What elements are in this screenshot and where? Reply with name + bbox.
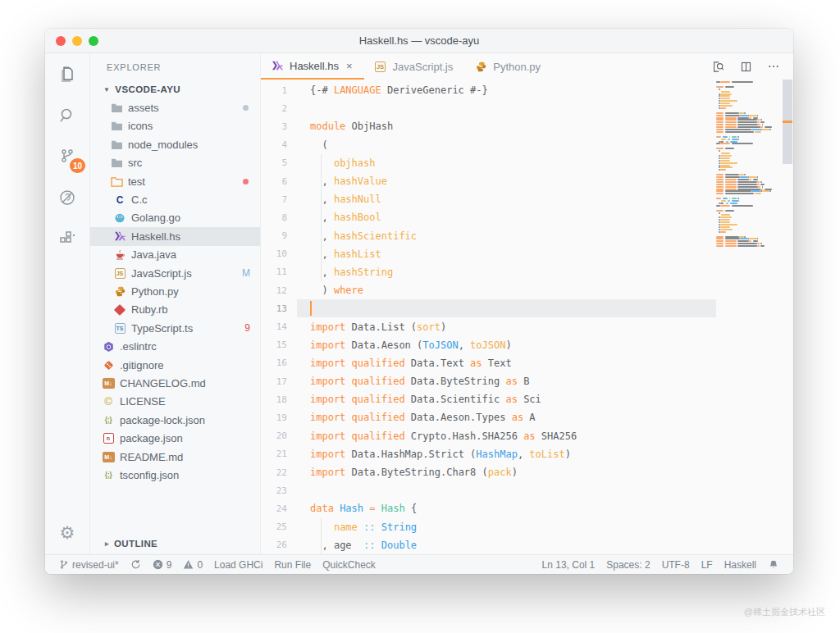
status-haskell[interactable]: Haskell — [724, 559, 756, 571]
tree-item-java-java[interactable]: Java.java — [90, 246, 260, 264]
tree-item-readme-md[interactable]: M↓README.md — [90, 448, 260, 466]
code-line[interactable]: 10 , hashList — [261, 245, 716, 263]
code-line[interactable]: 7 , hashNull — [261, 190, 716, 208]
minimap[interactable] — [716, 80, 782, 554]
tree-item-package-json[interactable]: npackage.json — [90, 429, 260, 447]
minimap-line — [720, 203, 724, 204]
activity-search-button[interactable] — [54, 106, 80, 147]
tree-item-test[interactable]: test — [90, 172, 260, 190]
code-line[interactable]: 22import Data.ByteString.Char8 (pack) — [261, 463, 716, 481]
status-icon[interactable] — [768, 559, 779, 571]
more-actions-icon[interactable] — [767, 60, 780, 73]
tree-item-node-modules[interactable]: node_modules — [90, 135, 260, 153]
minimap-line — [720, 93, 732, 95]
minimap-line — [716, 129, 724, 130]
tree-item-label: JavaScript.js — [131, 267, 192, 280]
tree-item-ruby-rb[interactable]: Ruby.rb — [90, 301, 260, 319]
close-window-button[interactable] — [56, 36, 66, 46]
status-ln-13-col-1[interactable]: Ln 13, Col 1 — [542, 559, 596, 571]
code-line[interactable]: 13 — [261, 299, 716, 317]
code-line[interactable]: 12 ) where — [261, 281, 716, 299]
minimap-line — [758, 186, 760, 188]
code-line[interactable]: 15import Data.Aeson (ToJSON, toJSON) — [261, 336, 716, 354]
code-editor[interactable]: 1{-# LANGUAGE DeriveGeneric #-}23module … — [261, 80, 716, 554]
code-line[interactable]: 16import qualified Data.Text as Text — [261, 354, 716, 372]
settings-gear-icon[interactable]: ⚙ — [60, 523, 75, 543]
tree-item-package-lock-json[interactable]: {;}package-lock.json — [90, 411, 260, 429]
minimap-line — [737, 245, 756, 247]
code-line[interactable]: 11 , hashString — [261, 263, 716, 281]
status-lf[interactable]: LF — [701, 559, 713, 571]
outline-section[interactable]: ▸ OUTLINE — [90, 535, 260, 553]
status-utf-8[interactable]: UTF-8 — [662, 559, 690, 571]
tree-item-label: Golang.go — [131, 212, 180, 224]
minimap-line — [762, 129, 769, 130]
tree-item--eslintrc[interactable]: .eslintrc — [90, 337, 260, 355]
code-line[interactable]: 8 , hashBool — [261, 208, 716, 226]
status-label: 9 — [167, 559, 172, 571]
activity-source-control-button[interactable]: 10 — [54, 147, 80, 188]
code-line[interactable]: 23 — [261, 481, 716, 499]
tab-python-py[interactable]: Python.py — [464, 53, 552, 80]
tree-item-javascript-js[interactable]: JSJavaScript.jsM — [90, 264, 260, 282]
indent-guide — [321, 518, 322, 536]
code-line[interactable]: 19import qualified Data.Aeson.Types as A — [261, 408, 716, 426]
minimize-window-button[interactable] — [72, 36, 82, 46]
tree-item-python-py[interactable]: Python.py — [90, 282, 260, 300]
tree-item-haskell-hs[interactable]: Haskell.hs — [90, 227, 260, 245]
code-line[interactable]: 4 ( — [261, 136, 716, 154]
tree-item-icons[interactable]: icons — [90, 117, 260, 135]
tree-item-changelog-md[interactable]: M↓CHANGELOG.md — [90, 374, 260, 392]
tab-javascript-js[interactable]: JSJavaScript.js — [364, 53, 465, 80]
activity-explorer-button[interactable] — [54, 65, 80, 106]
code-line[interactable]: 17import qualified Data.ByteString as B — [261, 372, 716, 390]
minimap-line — [749, 179, 751, 180]
tree-item-c-c[interactable]: CC.c — [90, 190, 260, 208]
status-0[interactable]: 0 — [183, 559, 203, 571]
activity-debug-button[interactable] — [54, 188, 80, 229]
tree-item-golang-go[interactable]: Golang.go — [90, 209, 260, 227]
code-line[interactable]: 6 , hashValue — [261, 172, 716, 190]
code-line[interactable]: 2 — [261, 99, 716, 117]
minimap-line — [744, 112, 746, 114]
code-line[interactable]: 3module ObjHash — [261, 117, 716, 135]
tree-item-assets[interactable]: assets — [90, 98, 260, 116]
tree-item-license[interactable]: ©LICENSE — [90, 393, 260, 411]
vscode-window: Haskell.hs — vscode-ayu 10⚙ EXPLORER ▼ V… — [45, 29, 793, 574]
status-quickcheck[interactable]: QuickCheck — [322, 559, 376, 571]
minimap-line — [725, 193, 755, 194]
status-spaces-2[interactable]: Spaces: 2 — [606, 559, 650, 571]
scrollbar[interactable] — [782, 80, 793, 554]
tree-item-typescript-ts[interactable]: TSTypeScript.ts9 — [90, 319, 260, 337]
open-changes-icon[interactable] — [711, 60, 725, 74]
tree-item-src[interactable]: src — [90, 154, 260, 172]
code-line[interactable]: 1{-# LANGUAGE DeriveGeneric #-} — [261, 81, 716, 99]
activity-extensions-button[interactable] — [54, 229, 80, 270]
code-line[interactable]: 18import qualified Data.Scientific as Sc… — [261, 390, 716, 408]
tree-root-vscode-ayu[interactable]: ▼ VSCODE-AYU — [90, 80, 260, 98]
code-line[interactable]: 24data Hash = Hash { — [261, 499, 716, 517]
code-line[interactable]: 14import Data.List (sort) — [261, 317, 716, 335]
close-tab-icon[interactable]: × — [346, 60, 353, 72]
code-line[interactable]: 9 , hashScientific — [261, 227, 716, 245]
tree-item-label: package-lock.json — [120, 414, 205, 426]
code-line[interactable]: 20import qualified Crypto.Hash.SHA256 as… — [261, 427, 716, 445]
sync-icon — [130, 559, 141, 570]
minimap-line — [725, 174, 739, 175]
status-load-ghci[interactable]: Load GHCi — [214, 559, 262, 571]
tree-item-tsconfig-json[interactable]: {;}tsconfig.json — [90, 466, 260, 484]
tab-haskell-hs[interactable]: Haskell.hs× — [261, 53, 364, 80]
status-revised-ui-[interactable]: revised-ui* — [59, 559, 119, 571]
zoom-window-button[interactable] — [89, 36, 98, 46]
status-icon[interactable] — [130, 559, 141, 570]
minimap-line — [721, 200, 726, 202]
code-line[interactable]: 21import Data.HashMap.Strict (HashMap, t… — [261, 445, 716, 463]
code-line[interactable]: 25 name :: String — [261, 518, 716, 536]
line-number: 22 — [261, 467, 297, 478]
code-line[interactable]: 26 , age :: Double — [261, 536, 716, 554]
status-run-file[interactable]: Run File — [274, 559, 311, 571]
code-line[interactable]: 5 objhash — [261, 154, 716, 172]
split-editor-icon[interactable] — [740, 61, 752, 73]
tree-item--gitignore[interactable]: .gitignore — [90, 356, 260, 374]
status-9[interactable]: 9 — [153, 559, 172, 571]
